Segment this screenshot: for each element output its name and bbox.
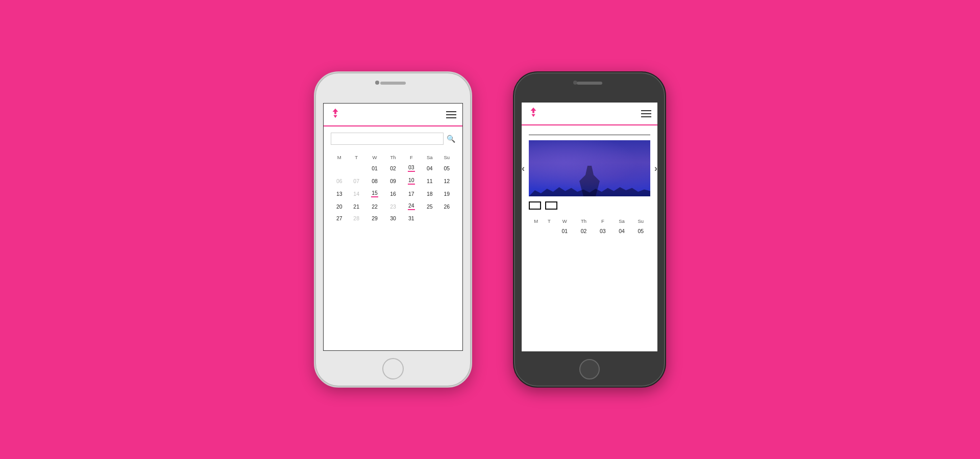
- cal-day: [348, 162, 364, 174]
- cal-day[interactable]: 14: [348, 187, 364, 200]
- cal-day[interactable]: 28: [348, 213, 364, 224]
- app-header-left: [324, 104, 462, 126]
- cal-day[interactable]: 31: [402, 213, 421, 224]
- cal-day[interactable]: 07: [348, 174, 364, 187]
- cal-day[interactable]: 04: [612, 225, 631, 237]
- cal-day[interactable]: 13: [331, 187, 348, 200]
- cal-header: F: [593, 217, 612, 225]
- cal-header: Su: [631, 217, 650, 225]
- cal-header: T: [543, 217, 555, 225]
- cal-day[interactable]: 22: [365, 200, 384, 213]
- carousel-next[interactable]: ›: [654, 163, 657, 174]
- cal-day[interactable]: 26: [438, 200, 456, 213]
- screen-left: 🔍 MTWThFSaSu 010203040506070809101112131…: [323, 103, 463, 351]
- search-input[interactable]: [331, 133, 444, 145]
- logo-left: [330, 108, 341, 121]
- cal-day[interactable]: 04: [421, 162, 438, 174]
- logo-right: [528, 107, 539, 120]
- cal-header: Sa: [421, 153, 438, 162]
- carousel-prev[interactable]: ‹: [522, 163, 525, 174]
- calendar-table-left: MTWThFSaSu 01020304050607080910111213141…: [331, 153, 455, 224]
- cal-day[interactable]: 23: [384, 200, 401, 213]
- cal-header: Th: [574, 217, 593, 225]
- phone-speaker-right: [577, 82, 602, 85]
- screen-right: ‹ › MTWThFSaSu 0102030405: [521, 102, 658, 352]
- search-bar: 🔍: [331, 133, 455, 145]
- cal-day[interactable]: 03: [402, 162, 421, 174]
- cal-header: W: [555, 217, 574, 225]
- cal-day[interactable]: 10: [402, 174, 421, 187]
- cal-day[interactable]: 19: [438, 187, 456, 200]
- cal-day[interactable]: 25: [421, 200, 438, 213]
- cal-day[interactable]: 18: [421, 187, 438, 200]
- cal-day-empty: [529, 225, 543, 237]
- screen-content-right: ‹ › MTWThFSaSu 0102030405: [522, 125, 657, 351]
- event-buttons: [529, 201, 650, 210]
- cal-header: T: [348, 153, 364, 162]
- cal-header: M: [331, 153, 348, 162]
- cal-day[interactable]: 16: [384, 187, 401, 200]
- event-image: [529, 140, 650, 196]
- cal-header: Th: [384, 153, 401, 162]
- hamburger-menu-right[interactable]: [641, 110, 651, 117]
- search-button[interactable]: 🔍: [447, 135, 455, 143]
- cal-header: Su: [438, 153, 456, 162]
- cal-header: M: [529, 217, 543, 225]
- get-tickets-button[interactable]: [529, 201, 541, 210]
- cal-day[interactable]: 24: [402, 200, 421, 213]
- table-service-button[interactable]: [545, 201, 557, 210]
- event-date: [529, 132, 650, 135]
- phone-home-left: [382, 358, 404, 379]
- cal-day[interactable]: 09: [384, 174, 401, 187]
- cal-day[interactable]: 05: [438, 162, 456, 174]
- cal-day[interactable]: 05: [631, 225, 650, 237]
- phone-home-right: [579, 359, 600, 379]
- cal-day[interactable]: 15: [365, 187, 384, 200]
- phone-right: ‹ › MTWThFSaSu 0102030405: [513, 71, 666, 388]
- cal-day[interactable]: 21: [348, 200, 364, 213]
- cal-day[interactable]: 17: [402, 187, 421, 200]
- cal-day[interactable]: 01: [365, 162, 384, 174]
- cal-day[interactable]: 11: [421, 174, 438, 187]
- cal-day[interactable]: 29: [365, 213, 384, 224]
- cal-day: [331, 162, 348, 174]
- phone-speaker-left: [380, 82, 406, 85]
- cal-day[interactable]: 08: [365, 174, 384, 187]
- cal-day[interactable]: 06: [331, 174, 348, 187]
- cal-day[interactable]: 20: [331, 200, 348, 213]
- cal-header: W: [365, 153, 384, 162]
- calendar-table-right: MTWThFSaSu 0102030405: [529, 217, 650, 237]
- cal-day[interactable]: 30: [384, 213, 401, 224]
- cal-day[interactable]: 12: [438, 174, 456, 187]
- cal-day-empty: [543, 225, 555, 237]
- event-image-bg: [529, 140, 650, 196]
- cal-day: [438, 213, 456, 224]
- phone-left: 🔍 MTWThFSaSu 010203040506070809101112131…: [314, 71, 472, 388]
- cal-day[interactable]: 27: [331, 213, 348, 224]
- cal-day[interactable]: 03: [593, 225, 612, 237]
- cal-day[interactable]: 02: [574, 225, 593, 237]
- cal-day[interactable]: 01: [555, 225, 574, 237]
- app-header-right: [522, 103, 657, 125]
- cal-day[interactable]: 02: [384, 162, 401, 174]
- screen-content-left: 🔍 MTWThFSaSu 010203040506070809101112131…: [324, 126, 462, 350]
- cal-header: Sa: [612, 217, 631, 225]
- phone-camera-left: [375, 81, 379, 85]
- hamburger-menu-left[interactable]: [446, 111, 456, 118]
- cal-day: [421, 213, 438, 224]
- cal-header: F: [402, 153, 421, 162]
